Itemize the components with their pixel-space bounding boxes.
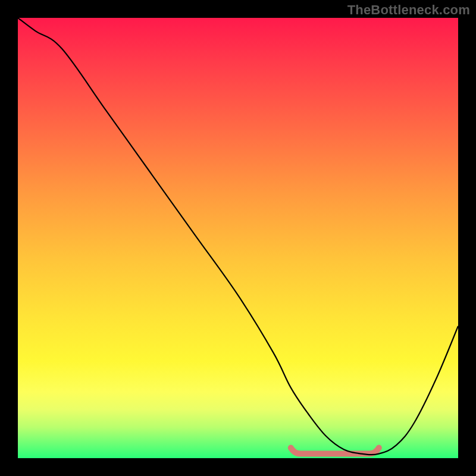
plot-area (18, 18, 458, 458)
bottleneck-curve-line (18, 18, 458, 455)
watermark-text: TheBottleneck.com (347, 2, 470, 18)
chart-svg (18, 18, 458, 458)
chart-frame: TheBottleneck.com (0, 0, 476, 476)
optimal-region-marker (291, 448, 379, 454)
